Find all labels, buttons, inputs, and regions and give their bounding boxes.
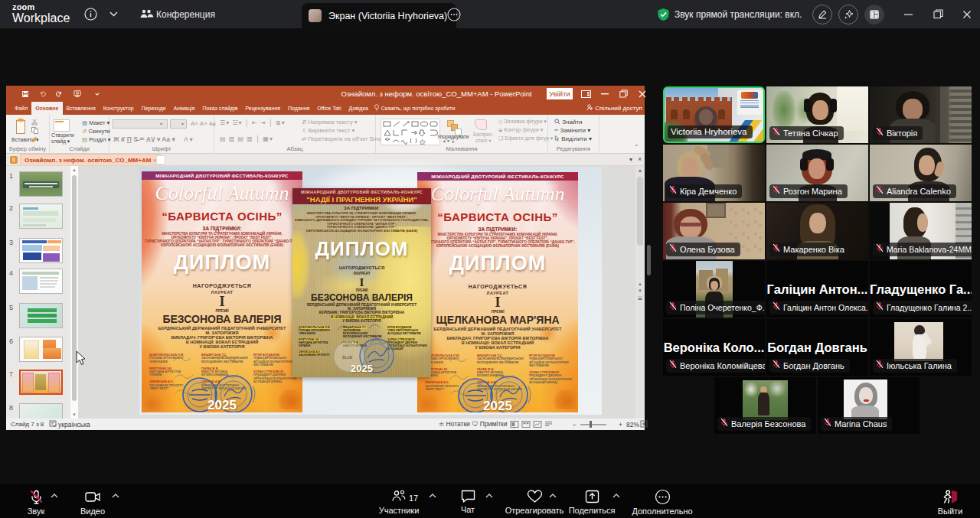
svg-text:ВшФ: ВшФ [342, 355, 353, 360]
